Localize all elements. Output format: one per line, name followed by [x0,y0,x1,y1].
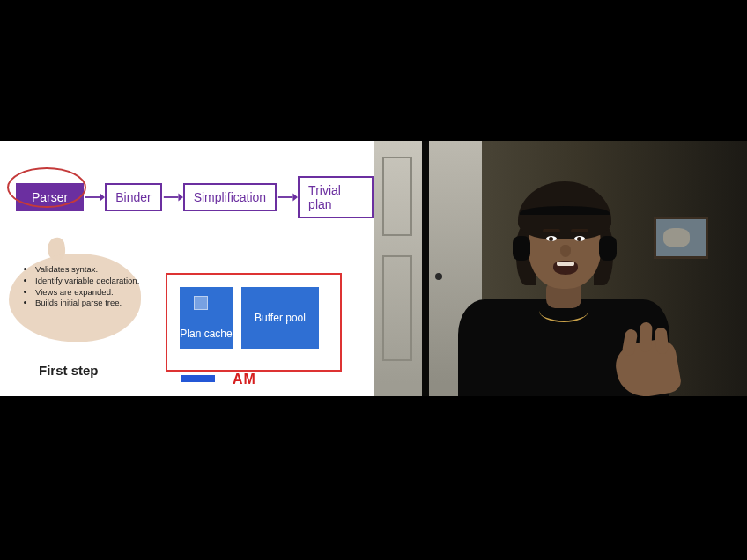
ram-caption-partial: AM [233,372,256,387]
door-left [374,141,422,396]
presentation-slide: Parser Binder Simplification Trivial pla… [0,141,374,396]
arrow-icon [162,188,183,206]
flow-step-simplification: Simplification [183,183,277,211]
plan-cache-tile: Plan cache [180,287,233,349]
buffer-pool-tile: Buffer pool [241,287,319,349]
flow-step-binder: Binder [105,183,161,211]
callout-item: Builds initial parse tree. [35,298,139,309]
plan-cache-icon [194,296,208,310]
video-stage: Parser Binder Simplification Trivial pla… [0,0,747,560]
callout-item: Identify variable declaration. [35,276,139,287]
bottom-strip-decoration [152,373,231,384]
headphones-earcup [513,236,530,261]
callout-item: Views are expanded. [35,287,139,298]
parser-callout: Validates syntax. Identify variable decl… [9,254,141,342]
headphones-band [520,206,610,220]
plan-cache-label: Plan cache [180,328,233,340]
arrow-icon [277,188,298,206]
ram-diagram: Plan cache Buffer pool [166,273,342,372]
arrow-icon [84,188,105,206]
ram-inner: Plan cache Buffer pool [180,287,319,349]
presenter-webcam [374,141,747,396]
presenter-figure [458,194,669,396]
door-gap [422,141,429,396]
parser-highlight-circle [7,167,86,208]
first-step-label: First step [39,363,99,378]
callout-item: Validates syntax. [35,264,139,276]
video-content-row: Parser Binder Simplification Trivial pla… [0,141,747,396]
flow-step-trivial-plan: Trivial plan [298,176,374,218]
headphones-earcup [599,236,617,261]
callout-list: Validates syntax. Identify variable decl… [25,264,139,309]
door-knob [435,273,442,280]
